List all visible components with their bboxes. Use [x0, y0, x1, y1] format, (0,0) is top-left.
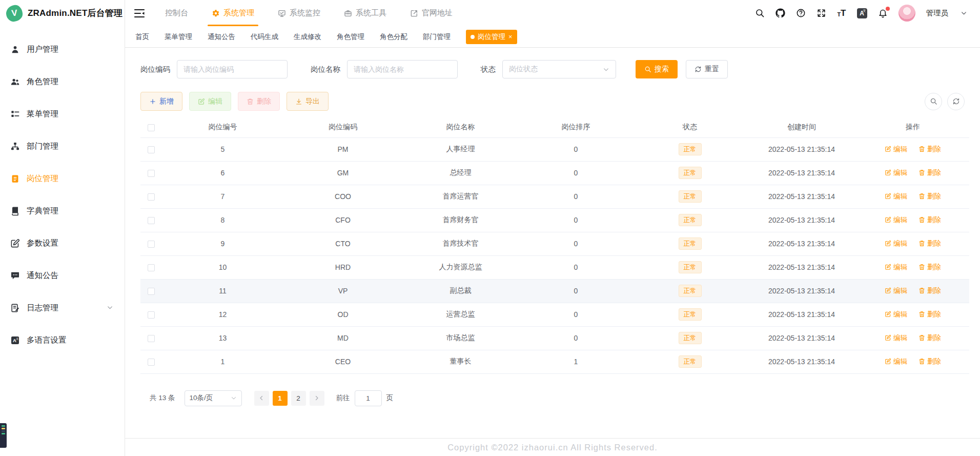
tab-role-assignment[interactable]: 角色分配 — [380, 32, 407, 42]
bell-icon[interactable] — [878, 8, 888, 18]
row-checkbox[interactable] — [148, 288, 155, 295]
tab-post-management-active[interactable]: 岗位管理 × — [466, 30, 517, 44]
delete-link[interactable]: 删除 — [918, 215, 941, 225]
tab-code-generation[interactable]: 代码生成 — [251, 32, 278, 42]
sidebar-item-menus[interactable]: 菜单管理 — [0, 98, 125, 130]
sidebar-item-users[interactable]: 用户管理 — [0, 33, 125, 66]
nav-item-system-management[interactable]: 系统管理 — [206, 0, 260, 26]
select-all-checkbox[interactable] — [148, 124, 155, 131]
header-right: TT A文 管理员 — [755, 5, 969, 22]
font-size-icon[interactable]: TT — [837, 9, 846, 17]
sidebar-item-posts[interactable]: 岗位管理 — [0, 163, 125, 195]
edit-link[interactable]: 编辑 — [885, 168, 907, 177]
devtools-badge[interactable] — [0, 423, 7, 448]
delete-link[interactable]: 删除 — [918, 192, 941, 201]
nav-item-system-monitor[interactable]: 系统监控 — [272, 0, 326, 26]
post-name-input[interactable] — [347, 60, 458, 78]
page-button-1[interactable]: 1 — [273, 391, 288, 406]
tab-department-management[interactable]: 部门管理 — [423, 32, 451, 42]
add-button[interactable]: 新增 — [140, 92, 182, 111]
user-name[interactable]: 管理员 — [926, 8, 949, 18]
refresh-table-button[interactable] — [947, 93, 965, 110]
prev-page-button[interactable] — [254, 391, 269, 406]
row-checkbox[interactable] — [148, 335, 155, 342]
sidebar-item-roles[interactable]: 角色管理 — [0, 66, 125, 98]
row-checkbox[interactable] — [148, 311, 155, 319]
row-checkbox[interactable] — [148, 170, 155, 177]
table-row[interactable]: 10 HRD 人力资源总监 0 正常 2022-05-13 21:35:14 编… — [140, 255, 969, 279]
edit-link[interactable]: 编辑 — [885, 239, 907, 248]
sidebar-item-notices[interactable]: 通知公告 — [0, 260, 125, 292]
row-checkbox[interactable] — [148, 359, 155, 366]
delete-link[interactable]: 删除 — [918, 333, 941, 343]
edit-link[interactable]: 编辑 — [885, 145, 907, 154]
page-size-select[interactable]: 10条/页 — [185, 390, 242, 406]
edit-link[interactable]: 编辑 — [885, 215, 907, 225]
tab-home[interactable]: 首页 — [135, 32, 149, 42]
close-icon[interactable]: × — [508, 33, 513, 40]
sidebar-collapse-icon[interactable] — [133, 7, 146, 19]
sidebar-item-departments[interactable]: 部门管理 — [0, 130, 125, 163]
delete-link[interactable]: 删除 — [918, 357, 941, 366]
col-post-sort: 岗位排序 — [519, 117, 633, 137]
translate-icon[interactable]: A文 — [857, 8, 867, 18]
edit-link[interactable]: 编辑 — [885, 357, 907, 366]
table-row[interactable]: 8 CFO 首席财务官 0 正常 2022-05-13 21:35:14 编辑 … — [140, 208, 969, 232]
reset-button[interactable]: 重置 — [686, 60, 728, 78]
edit-link[interactable]: 编辑 — [885, 310, 907, 319]
tab-menu-management[interactable]: 菜单管理 — [165, 32, 192, 42]
edit-button[interactable]: 编辑 — [189, 92, 231, 111]
tab-role-management[interactable]: 角色管理 — [337, 32, 364, 42]
delete-link[interactable]: 删除 — [918, 286, 941, 295]
sidebar-item-languages[interactable]: A文 多语言设置 — [0, 324, 125, 356]
table-row[interactable]: 5 PM 人事经理 0 正常 2022-05-13 21:35:14 编辑 删除 — [140, 137, 969, 161]
tab-notices[interactable]: 通知公告 — [208, 32, 235, 42]
tab-generation-edit[interactable]: 生成修改 — [294, 32, 321, 42]
row-checkbox[interactable] — [148, 217, 155, 224]
toggle-search-button[interactable] — [925, 93, 942, 110]
cell-post-name: 运营总监 — [402, 303, 519, 326]
table-row[interactable]: 1 CEO 董事长 1 正常 2022-05-13 21:35:14 编辑 删除 — [140, 350, 969, 373]
chevron-down-icon[interactable] — [959, 8, 969, 18]
row-checkbox[interactable] — [148, 193, 155, 201]
nav-item-official-site[interactable]: 官网地址 — [404, 0, 459, 26]
status-select[interactable]: 岗位状态 — [502, 60, 616, 78]
table-row[interactable]: 13 MD 市场总监 0 正常 2022-05-13 21:35:14 编辑 删… — [140, 326, 969, 350]
next-page-button[interactable] — [310, 391, 324, 406]
delete-link[interactable]: 删除 — [918, 145, 941, 154]
edit-link[interactable]: 编辑 — [885, 333, 907, 343]
edit-link[interactable]: 编辑 — [885, 263, 907, 272]
table-row[interactable]: 6 GM 总经理 0 正常 2022-05-13 21:35:14 编辑 删除 — [140, 161, 969, 185]
post-code-input[interactable] — [177, 60, 288, 78]
github-icon[interactable] — [775, 8, 785, 18]
delete-link[interactable]: 删除 — [918, 310, 941, 319]
sidebar-item-parameters[interactable]: 参数设置 — [0, 227, 125, 260]
sidebar-item-logs[interactable]: 日志管理 — [0, 292, 125, 324]
row-checkbox[interactable] — [148, 146, 155, 153]
table-row[interactable]: 11 VP 副总裁 0 正常 2022-05-13 21:35:14 编辑 删除 — [140, 279, 969, 303]
table-row[interactable]: 9 CTO 首席技术官 0 正常 2022-05-13 21:35:14 编辑 … — [140, 232, 969, 255]
table-row[interactable]: 7 COO 首席运营官 0 正常 2022-05-13 21:35:14 编辑 … — [140, 185, 969, 208]
edit-link[interactable]: 编辑 — [885, 192, 907, 201]
page-button-2[interactable]: 2 — [291, 391, 306, 406]
delete-button[interactable]: 删除 — [238, 92, 280, 111]
delete-link[interactable]: 删除 — [918, 168, 941, 177]
avatar[interactable] — [899, 5, 915, 22]
nav-item-console[interactable]: 控制台 — [159, 0, 194, 26]
delete-link[interactable]: 删除 — [918, 239, 941, 248]
table-row[interactable]: 12 OD 运营总监 0 正常 2022-05-13 21:35:14 编辑 删… — [140, 303, 969, 326]
fullscreen-icon[interactable] — [816, 8, 826, 18]
help-icon[interactable] — [796, 8, 806, 18]
search-button[interactable]: 搜索 — [636, 60, 678, 78]
delete-link[interactable]: 删除 — [918, 263, 941, 272]
row-checkbox[interactable] — [148, 264, 155, 271]
logo-row[interactable]: V ZRAdmin.NET后台管理 — [0, 0, 125, 26]
id-badge-icon — [10, 174, 20, 184]
edit-link[interactable]: 编辑 — [885, 286, 907, 295]
export-button[interactable]: 导出 — [287, 92, 329, 111]
sidebar-item-dictionary[interactable]: 字典管理 — [0, 195, 125, 227]
row-checkbox[interactable] — [148, 241, 155, 248]
search-icon[interactable] — [755, 8, 765, 18]
nav-item-system-tools[interactable]: 系统工具 — [338, 0, 393, 26]
goto-page-input[interactable] — [355, 390, 382, 406]
